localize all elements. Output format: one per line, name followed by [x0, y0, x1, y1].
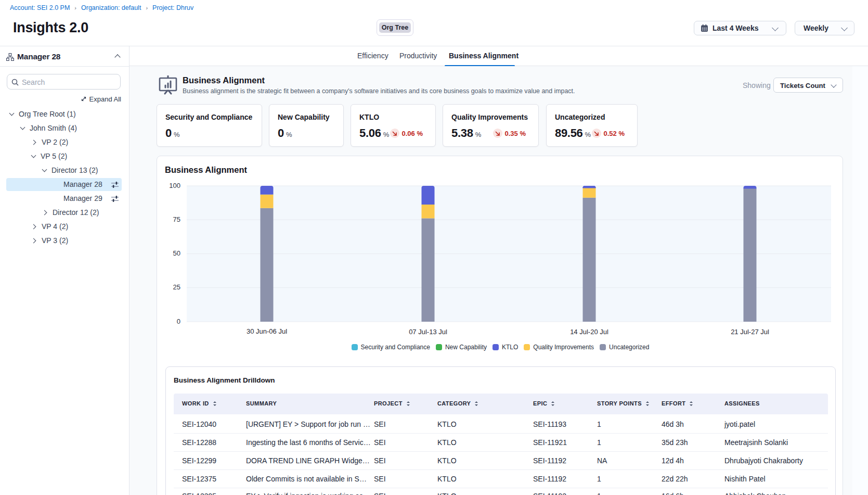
- svg-text:30 Jun-06 Jul: 30 Jun-06 Jul: [247, 327, 287, 335]
- svg-text:21 Jul-27 Jul: 21 Jul-27 Jul: [731, 328, 769, 336]
- svg-text:100: 100: [169, 182, 180, 189]
- svg-text:50: 50: [173, 249, 180, 257]
- svg-text:07 Jul-13 Jul: 07 Jul-13 Jul: [409, 328, 447, 336]
- svg-text:0: 0: [177, 318, 180, 325]
- svg-text:25: 25: [173, 283, 180, 291]
- svg-text:75: 75: [173, 215, 180, 223]
- svg-text:14 Jul-20 Jul: 14 Jul-20 Jul: [570, 328, 608, 336]
